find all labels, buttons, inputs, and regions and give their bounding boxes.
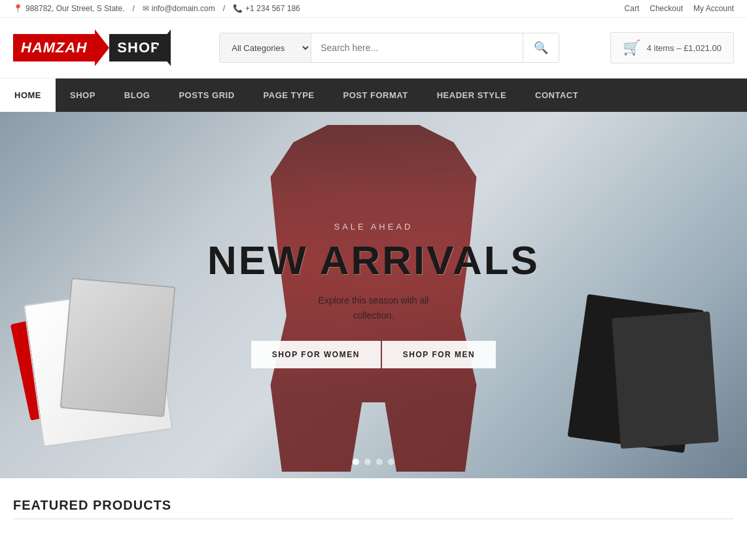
separator-2: /	[223, 4, 225, 13]
top-bar-links: Cart Checkout My Account	[625, 4, 734, 13]
cart-link[interactable]: Cart	[625, 4, 640, 13]
nav-blog[interactable]: BLOG	[110, 79, 165, 112]
hero-title: NEW ARRIVALS	[207, 238, 540, 283]
nav-shop[interactable]: SHOP	[56, 79, 110, 112]
address: 📍 988782, Our Street, S State.	[13, 4, 124, 13]
cart-label: 4 items – £1,021.00	[647, 43, 721, 53]
cart-icon: 🛒	[623, 39, 640, 56]
phone-icon: 📞	[233, 4, 243, 13]
top-bar-contact: 📍 988782, Our Street, S State. / ✉ info@…	[13, 4, 300, 13]
shop-women-button[interactable]: SHOP FOR WOMEN	[251, 341, 381, 368]
hero-content: SALE AHEAD NEW ARRIVALS Explore this sea…	[207, 222, 540, 368]
dot-3[interactable]	[376, 459, 383, 465]
nav-home[interactable]: HOME	[0, 79, 56, 112]
featured-section: FEATURED PRODUCTS	[0, 478, 747, 526]
category-select[interactable]: All Categories	[220, 33, 311, 62]
phone: 📞 +1 234 567 186	[233, 4, 300, 13]
search-button[interactable]: 🔍	[523, 33, 559, 62]
myaccount-link[interactable]: My Account	[693, 4, 734, 13]
header: HAMZAH SHOP All Categories 🔍 🛒 4 items –…	[0, 18, 747, 79]
dot-2[interactable]	[364, 459, 371, 465]
email: ✉ info@domain.com	[143, 4, 215, 13]
dot-4[interactable]	[388, 459, 394, 465]
logo-arrow-right	[95, 29, 109, 66]
checkout-link[interactable]: Checkout	[650, 4, 683, 13]
bag-black-2	[612, 311, 719, 449]
nav-contact[interactable]: CONTACT	[521, 79, 593, 112]
location-icon: 📍	[13, 4, 23, 13]
hero-eyebrow: SALE AHEAD	[207, 222, 540, 232]
search-bar: All Categories 🔍	[219, 33, 559, 63]
logo[interactable]: HAMZAH SHOP	[13, 29, 169, 66]
hero-dots	[353, 459, 394, 465]
hero-subtitle: Explore this season with all collection.	[207, 293, 540, 323]
hero-section: SALE AHEAD NEW ARRIVALS Explore this sea…	[0, 112, 747, 478]
nav-header-style[interactable]: HEADER STYLE	[423, 79, 521, 112]
nav-post-format[interactable]: POST FORMAT	[329, 79, 423, 112]
shop-men-button[interactable]: SHOP FOR MEN	[382, 341, 496, 368]
email-icon: ✉	[143, 4, 149, 13]
hero-buttons: SHOP FOR WOMEN SHOP FOR MEN	[207, 341, 540, 368]
featured-title: FEATURED PRODUCTS	[13, 498, 734, 519]
nav-posts-grid[interactable]: POSTS GRID	[164, 79, 249, 112]
dot-1[interactable]	[353, 459, 359, 465]
main-nav: HOME SHOP BLOG POSTS GRID PAGE TYPE POST…	[0, 79, 747, 112]
separator-1: /	[132, 4, 134, 13]
top-bar: 📍 988782, Our Street, S State. / ✉ info@…	[0, 0, 747, 18]
search-icon: 🔍	[534, 41, 548, 54]
search-input[interactable]	[311, 33, 523, 62]
nav-page-type[interactable]: PAGE TYPE	[249, 79, 329, 112]
cart-widget[interactable]: 🛒 4 items – £1,021.00	[610, 32, 734, 63]
logo-arrow-left	[156, 29, 171, 66]
logo-hamzah: HAMZAH	[13, 34, 95, 61]
bag-gray	[60, 277, 176, 417]
